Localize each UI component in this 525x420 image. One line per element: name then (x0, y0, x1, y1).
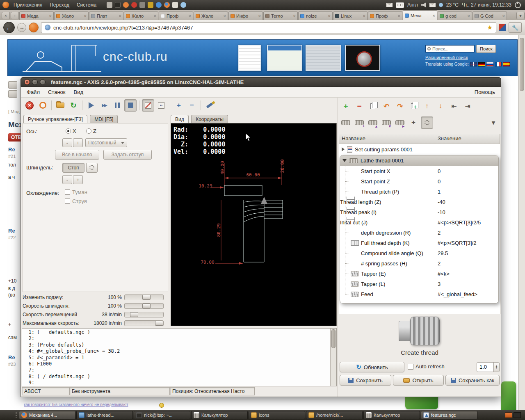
browser-tab[interactable]: G Cod× (472, 11, 507, 20)
expander-icon[interactable] (342, 147, 345, 151)
mist-checkbox[interactable]: Туман (65, 189, 87, 195)
power-icon[interactable] (515, 2, 521, 8)
workspace-1[interactable] (505, 412, 512, 418)
param-value[interactable]: 0 (438, 178, 441, 185)
tab-close-icon[interactable]: × (502, 14, 505, 18)
taskbar-item[interactable]: features.ngc (421, 411, 477, 419)
zoom-out-button[interactable]: − (186, 99, 198, 112)
menu-item[interactable]: Приложения (10, 0, 46, 10)
menu-item[interactable]: Переход (46, 0, 73, 10)
param-value[interactable]: #<p>/SQRT[3]/2/5 (438, 219, 481, 226)
reload-file-button[interactable]: ↻ (67, 99, 80, 112)
tree-row-cutting-params[interactable]: Set cutting params 0001 (339, 144, 500, 155)
tab-groups-button[interactable]: ◦ (11, 12, 19, 19)
gcode-line[interactable]: 2: (22, 336, 330, 342)
jog-plus-button[interactable]: + (73, 138, 83, 147)
param-row[interactable]: Compound slide angle (Q)29.5 (340, 248, 498, 258)
refresh-button[interactable]: ↻Обновить (340, 362, 404, 372)
slider-thumb[interactable] (142, 295, 151, 300)
move-up-button[interactable]: ↑ (421, 100, 433, 112)
slider-thumb[interactable] (142, 304, 151, 308)
reload-page-button[interactable] (29, 23, 39, 32)
flag-de-icon[interactable] (478, 62, 485, 66)
spindle-minus-button[interactable]: - (62, 175, 72, 184)
site-search-button[interactable]: Поиск (476, 45, 496, 53)
browser-tab[interactable]: Меда× (19, 11, 54, 20)
transfer-icon[interactable] (172, 2, 178, 8)
save-button[interactable]: Сохранить (340, 375, 391, 386)
taskbar-item[interactable]: Калькулятор (363, 411, 420, 419)
weather-icon[interactable] (439, 3, 443, 7)
zoom-in-button[interactable]: + (173, 99, 185, 112)
gcode-line[interactable]: 8:( / defaults.ngc ) (22, 374, 330, 380)
browser-tab[interactable]: Жало× (54, 11, 89, 20)
param-value[interactable]: #<p>/SQRT[3]/2 (438, 240, 476, 246)
tab-close-icon[interactable]: × (224, 14, 226, 18)
firefox-icon[interactable] (164, 2, 170, 8)
page-scrollbar-thumb[interactable] (520, 38, 524, 91)
param-value[interactable]: 0 (438, 168, 441, 174)
tab-close-icon[interactable]: × (468, 14, 470, 18)
axis-menu-item[interactable]: Станок (44, 87, 70, 98)
browser-tab[interactable]: Проф× (368, 11, 402, 20)
param-value[interactable]: -10 (438, 209, 445, 215)
forward-button[interactable]: → (17, 23, 26, 32)
browser-tab[interactable]: Жало× (194, 11, 228, 20)
param-row[interactable]: Tapper (L)3 (340, 279, 498, 289)
param-row[interactable]: Thread peak (I)-10 (340, 207, 498, 217)
param-value[interactable]: #<_global_feed> (438, 291, 477, 297)
move-down-button[interactable]: ↓ (434, 100, 447, 112)
outdent-button[interactable]: ⇤ (448, 100, 460, 112)
slider[interactable] (124, 320, 164, 326)
spindle-stop-button[interactable]: Стоп (62, 163, 84, 173)
tab-close-icon[interactable]: × (49, 14, 52, 18)
home-all-button[interactable]: Все в начало (55, 150, 99, 160)
site-logo[interactable]: cnc-club.ru (103, 50, 168, 64)
slider[interactable] (124, 294, 164, 300)
banner-thumb-2[interactable] (267, 45, 302, 71)
bookmark-star-icon[interactable]: ★ (487, 24, 493, 31)
machine-power-button[interactable] (37, 99, 49, 112)
keyboard-icon[interactable] (396, 2, 404, 8)
remove-button[interactable]: − (353, 100, 365, 112)
export-button[interactable]: ▼ (380, 116, 393, 129)
save-as-button[interactable]: Сохранить как (445, 375, 500, 386)
workspace-2[interactable] (514, 412, 521, 418)
gcode-line[interactable]: 4:#<_global_probe_func> = 38.2 (22, 348, 330, 354)
taskbar-item[interactable]: Механика 4... (19, 411, 75, 419)
param-value[interactable]: 3 (438, 281, 441, 287)
open-button[interactable]: Открыть (393, 375, 444, 386)
axis-z-radio[interactable]: Z (86, 128, 96, 134)
distro-logo-icon[interactable] (2, 2, 9, 8)
page-scrollbar[interactable] (518, 35, 525, 410)
param-row[interactable]: Start point Z0 (340, 176, 498, 187)
tab-close-icon[interactable]: × (398, 14, 400, 18)
param-row[interactable]: Full thread depth (K)#<p>/SQRT[3]/2 (340, 238, 498, 248)
slider[interactable] (124, 312, 164, 317)
browser-tab[interactable]: Плат× (89, 11, 123, 20)
browser-tab[interactable]: g cod× (438, 11, 472, 20)
keyboard-layout[interactable]: Англ (407, 2, 418, 8)
collapse-icon[interactable] (342, 159, 347, 162)
param-value[interactable]: 29.5 (438, 250, 448, 256)
addon-icon[interactable] (499, 24, 506, 31)
spindle-plus-button[interactable]: + (73, 175, 83, 184)
mixer-icon[interactable] (139, 2, 145, 8)
panel-menu-button[interactable]: ▾ (487, 116, 500, 129)
site-search-input[interactable] (425, 45, 475, 52)
optional-stop-toggle[interactable]: •• (155, 99, 167, 112)
param-row[interactable]: Feed#<_global_feed> (340, 289, 498, 299)
param-row[interactable]: Inital cut (J)#<p>/SQRT[3]/2/5 (340, 217, 498, 228)
tab-close-icon[interactable]: × (258, 14, 261, 18)
step-button[interactable]: ▶▶ (98, 99, 110, 112)
package-icon[interactable] (148, 2, 153, 8)
column-value[interactable]: Значение (435, 134, 500, 144)
param-row[interactable]: # spring passes (H)2 (340, 258, 498, 269)
param-value[interactable]: 1 (438, 189, 441, 195)
tab-dro[interactable]: Координаты (191, 115, 228, 123)
axis-x-radio[interactable]: X (66, 128, 76, 134)
duplicate-button[interactable] (407, 100, 420, 112)
tab-close-icon[interactable]: × (363, 14, 365, 18)
tab-close-icon[interactable]: × (293, 14, 296, 18)
banner-thumb-4[interactable] (345, 45, 380, 71)
